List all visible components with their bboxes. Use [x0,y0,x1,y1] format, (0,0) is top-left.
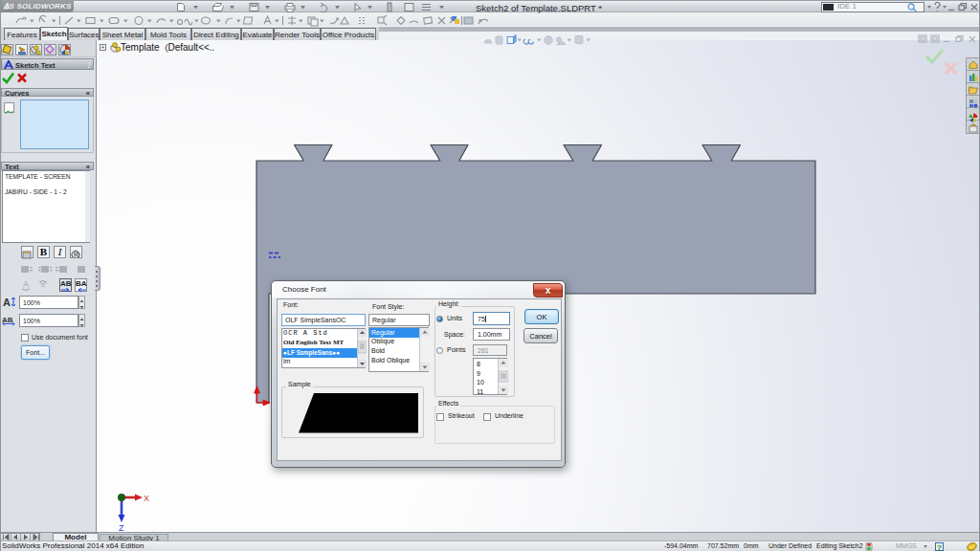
svg-text:X: X [144,494,149,503]
svg-text:R: R [74,252,78,258]
svg-text:A: A [23,279,29,289]
svg-text:A: A [3,297,11,308]
